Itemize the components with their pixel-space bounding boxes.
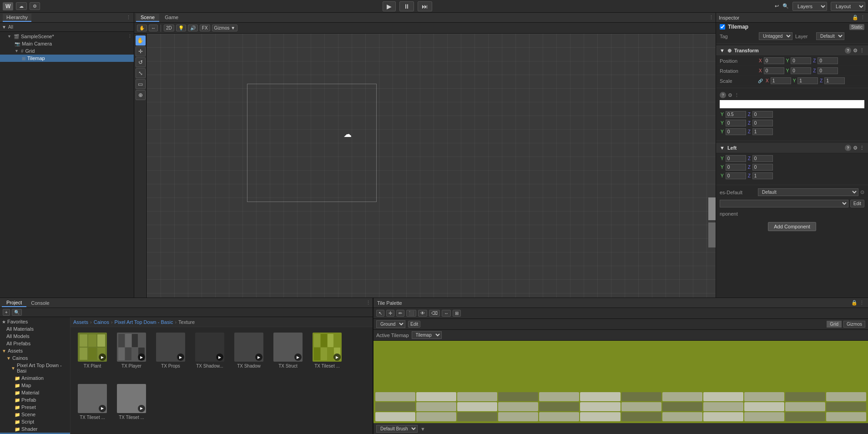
left-y-input[interactable] [726,155,746,162]
scene-tool-gizmos[interactable]: Gizmos ▼ [212,25,238,31]
zero-z-input[interactable] [752,120,773,126]
shader-item[interactable]: 📁 Shader [0,425,70,433]
all-prefabs-item[interactable]: All Prefabs [0,340,70,347]
tile-palette-menu[interactable]: ⋮ [859,300,864,306]
project-search[interactable]: 🔍 [12,309,22,316]
left-z-input2[interactable] [752,164,773,171]
material-select[interactable]: Default [758,188,858,196]
all-materials-item[interactable]: All Materials [0,325,70,333]
tx-tileset3-play[interactable]: ▶ [138,405,145,412]
pause-button[interactable]: ⏸ [399,1,414,11]
left-z-input[interactable] [752,155,773,162]
preset-item[interactable]: 📁 Preset [0,404,70,411]
cainos-item[interactable]: ▼ Cainos [0,354,70,362]
project-add[interactable]: + [3,309,10,316]
scene-tool-move[interactable]: ↔ [149,25,158,31]
hierarchy-scene-item[interactable]: ▼ 🎬 SampleScene* ⋮ [0,33,134,40]
extra-menu-icon[interactable]: ⋮ [734,92,739,98]
scene-tab[interactable]: Scene [136,14,159,22]
tx-struct-play[interactable]: ▶ [294,353,302,361]
transform-menu-icon[interactable]: ⋮ [859,48,864,54]
scene-tool-2d[interactable]: 2D [164,25,174,31]
animation-item[interactable]: 📁 Animation [0,374,70,382]
pos-y-input[interactable] [791,57,811,64]
map-item[interactable]: 📁 Map [0,382,70,389]
tx-shadow2-play[interactable]: ▶ [255,353,262,361]
tile-eye-tool[interactable]: 👁 [418,310,427,317]
breadcrumb-cainos[interactable]: Cainos [94,319,109,325]
project-menu[interactable]: ⋮ [366,300,371,306]
settings-button[interactable]: ⚙ [30,2,40,10]
extra-gear-icon[interactable]: ⚙ [728,92,732,98]
rot-z-input[interactable] [818,67,838,74]
app-logo[interactable]: W [3,2,13,10]
tool-scale[interactable]: ⤡ [136,68,146,78]
transform-gear-icon[interactable]: ⚙ [853,48,858,54]
history-icon[interactable]: ↩ [775,3,779,9]
tx-struct-item[interactable]: ▶ TX Struct [270,331,306,379]
extra-info-icon[interactable]: ? [720,92,726,98]
tool-rotate[interactable]: ↺ [136,57,146,67]
tile-fill-tool[interactable]: ⬛ [406,310,416,317]
scale-x-input[interactable] [771,77,791,84]
ground-select[interactable]: Ground [376,320,405,328]
scene-tool-hand[interactable]: ✋ [137,25,147,31]
tx-shadow2-item[interactable]: ▶ TX Shadow [231,331,267,379]
hierarchy-tilemap-item[interactable]: ⊞ Tilemap [0,55,134,62]
hierarchy-camera-item[interactable]: 📷 Main Camera [0,40,134,47]
left-z-input3[interactable] [752,172,773,179]
assets-header[interactable]: ▼ Assets [0,347,70,354]
pixel-art-item[interactable]: ▼ Pixel Art Top Down - Basi [0,362,70,374]
hierarchy-menu-icon[interactable]: ⋮ [126,15,131,20]
one-y-input[interactable] [726,128,746,135]
hierarchy-all[interactable]: All [8,25,13,30]
tx-tileset2-item[interactable]: ▶ TX Tileset ... [74,382,111,431]
tx-props-play[interactable]: ▶ [177,353,184,361]
breadcrumb-assets[interactable]: Assets [73,319,88,325]
scale-y-input[interactable] [797,77,818,84]
scene-right-handle2[interactable] [708,222,716,247]
breadcrumb-texture[interactable]: Texture [178,319,195,325]
prefab-item[interactable]: 📁 Prefab [0,396,70,404]
tx-player-play[interactable]: ▶ [138,353,145,361]
tile-canvas[interactable] [373,341,868,423]
pos-x-input[interactable] [764,57,784,64]
brush-expand-icon[interactable]: ▼ [420,426,425,432]
gizmos-btn[interactable]: Gizmos [843,321,865,328]
scene-item[interactable]: 📁 Scene [0,411,70,418]
material-circle-icon[interactable]: ⊙ [860,189,864,195]
tool-transform[interactable]: ⊕ [136,90,146,100]
tx-plant-item[interactable]: ▶ TX Plant [74,331,111,379]
tx-shadow1-play[interactable]: ▶ [216,353,223,361]
extra-y-input[interactable] [726,111,746,118]
extra-z-input[interactable] [752,111,773,118]
inspector-lock-icon[interactable]: 🔒 [852,15,858,20]
game-tab[interactable]: Game [160,14,183,22]
brush-dropdown[interactable]: Default Brush [376,425,418,433]
tool-hand[interactable]: ✋ [136,35,146,45]
all-models-item[interactable]: All Models [0,333,70,340]
tx-shadow1-item[interactable]: ▶ TX Shadow... [192,331,228,379]
tile-flip-tool[interactable]: ↔ [442,310,451,317]
transform-info-icon[interactable]: ? [845,47,851,54]
scene-tool-audio[interactable]: 🔊 [188,25,198,31]
next-button[interactable]: ⏭ [418,1,432,11]
breadcrumb-pixel-art[interactable]: Pixel Art Top Down - Basic [115,319,173,325]
left-menu-icon[interactable]: ⋮ [859,145,864,151]
one-z-input[interactable] [752,128,773,135]
layer-select[interactable]: Default [816,32,844,40]
material-item[interactable]: 📁 Material [0,389,70,396]
left-y-input2[interactable] [726,164,746,171]
transform-component-header[interactable]: ▼ ⊕ Transform ? ⚙ ⋮ [716,45,868,56]
active-tilemap-select[interactable]: Tilemap [412,331,442,339]
scene-tool-light[interactable]: 💡 [176,25,186,31]
search-icon[interactable]: 🔍 [782,3,789,9]
play-button[interactable]: ▶ [383,1,396,11]
tile-extra-tool[interactable]: ⊞ [453,310,461,317]
tx-props-item[interactable]: ▶ TX Props [152,331,189,379]
tool-rect[interactable]: ▭ [136,79,146,89]
left-component-header[interactable]: ▼ Left ? ⚙ ⋮ [716,143,868,153]
grid-btn[interactable]: Grid [827,321,842,328]
left-gear-icon[interactable]: ⚙ [853,145,858,151]
hierarchy-tab[interactable]: Hierarchy [3,14,31,22]
